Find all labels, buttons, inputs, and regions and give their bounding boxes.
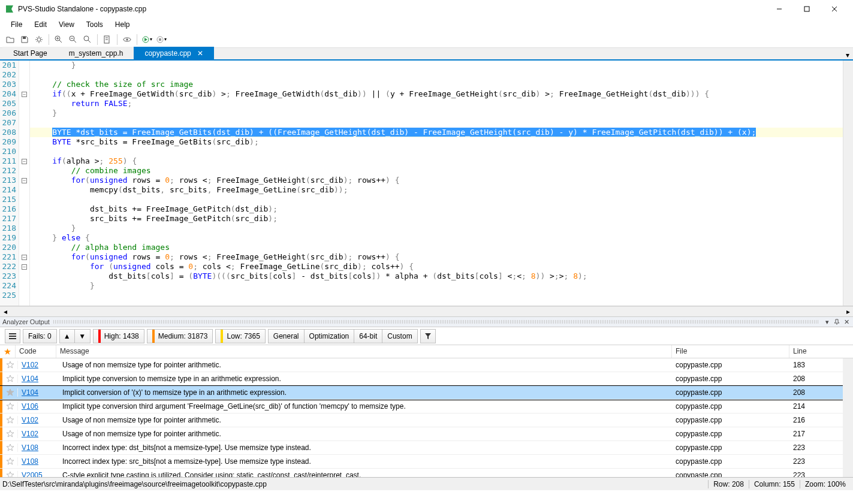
svg-marker-31 bbox=[7, 403, 14, 409]
diagnostic-file: copypaste.cpp bbox=[672, 388, 789, 397]
star-icon[interactable] bbox=[2, 457, 18, 466]
svg-line-7 bbox=[59, 40, 62, 43]
maximize-button[interactable] bbox=[793, 0, 821, 18]
diagnostic-code-link[interactable]: V102 bbox=[22, 416, 38, 424]
svg-marker-36 bbox=[7, 472, 14, 477]
table-row[interactable]: V102Usage of non memsize type for pointe… bbox=[0, 414, 853, 427]
table-row[interactable]: V108Incorrect index type: dst_bits[not a… bbox=[0, 441, 853, 455]
low-filter-button[interactable]: Low: 7365 bbox=[215, 329, 265, 343]
star-icon[interactable] bbox=[2, 416, 18, 424]
filter-64bit[interactable]: 64-bit bbox=[354, 329, 382, 343]
grid-vscrollbar[interactable] bbox=[843, 358, 853, 477]
svg-marker-28 bbox=[7, 361, 14, 368]
fold-toggle[interactable]: − bbox=[22, 159, 27, 164]
close-icon[interactable]: ✕ bbox=[197, 49, 203, 58]
svg-rect-23 bbox=[159, 38, 161, 41]
medium-filter-button[interactable]: Medium: 31873 bbox=[147, 329, 213, 343]
arrow-up-icon[interactable]: ▲ bbox=[59, 329, 75, 343]
svg-rect-1 bbox=[804, 7, 809, 11]
column-file[interactable]: File bbox=[672, 345, 789, 358]
diagnostic-code-link[interactable]: V2005 bbox=[22, 471, 43, 477]
star-icon[interactable] bbox=[2, 361, 18, 369]
filter-general[interactable]: General bbox=[268, 329, 305, 343]
star-icon[interactable] bbox=[2, 471, 18, 477]
scroll-left-icon[interactable]: ◂ bbox=[0, 307, 10, 316]
fails-button[interactable]: Fails: 0 bbox=[23, 329, 57, 343]
menu-file[interactable]: File bbox=[5, 19, 28, 30]
menu-help[interactable]: Help bbox=[109, 19, 136, 30]
diagnostic-code-link[interactable]: V102 bbox=[22, 430, 38, 438]
minimize-button[interactable] bbox=[765, 0, 793, 18]
table-row[interactable]: V104Implicit conversion of '(x)' to mems… bbox=[0, 386, 853, 400]
editor-vscrollbar[interactable] bbox=[843, 61, 853, 306]
fold-toggle[interactable]: − bbox=[22, 255, 27, 260]
document-icon[interactable] bbox=[101, 33, 114, 46]
star-icon[interactable] bbox=[2, 443, 18, 452]
hamburger-icon[interactable] bbox=[5, 329, 20, 343]
diagnostic-code-link[interactable]: V108 bbox=[22, 443, 38, 452]
scroll-right-icon[interactable]: ▸ bbox=[843, 307, 853, 316]
table-row[interactable]: V2005C-style explicit type casting is ut… bbox=[0, 469, 853, 477]
zoom-out-icon[interactable] bbox=[67, 33, 80, 46]
menu-edit[interactable]: Edit bbox=[28, 19, 53, 30]
funnel-icon[interactable] bbox=[420, 329, 436, 343]
filter-optimization[interactable]: Optimization bbox=[305, 329, 355, 343]
diagnostic-message: Usage of non memsize type for pointer ar… bbox=[59, 430, 672, 438]
menubar: File Edit View Tools Help bbox=[0, 18, 853, 31]
save-icon[interactable] bbox=[18, 33, 31, 46]
menu-view[interactable]: View bbox=[53, 19, 80, 30]
tab-m-system-cpp-h[interactable]: m_system_cpp.h bbox=[58, 47, 134, 59]
open-file-icon[interactable] bbox=[4, 33, 17, 46]
diagnostic-code-link[interactable]: V104 bbox=[22, 388, 38, 397]
svg-marker-33 bbox=[7, 430, 14, 437]
editor-hscrollbar[interactable]: ◂ ▸ bbox=[0, 306, 853, 316]
panel-close-icon[interactable]: ✕ bbox=[842, 318, 851, 326]
zoom-reset-icon[interactable] bbox=[81, 33, 94, 46]
zoom-in-icon[interactable] bbox=[52, 33, 65, 46]
panel-menu-icon[interactable]: ▾ bbox=[823, 318, 831, 326]
diagnostic-code-link[interactable]: V102 bbox=[22, 361, 38, 369]
column-line[interactable]: Line bbox=[789, 345, 853, 358]
diagnostic-code-link[interactable]: V108 bbox=[22, 457, 38, 466]
fold-toggle[interactable]: − bbox=[22, 178, 27, 183]
table-row[interactable]: V108Incorrect index type: src_bits[not a… bbox=[0, 455, 853, 469]
column-message[interactable]: Message bbox=[56, 345, 672, 358]
pin-icon[interactable] bbox=[833, 318, 841, 326]
run-icon[interactable]: ▾ bbox=[140, 33, 153, 46]
eye-icon[interactable] bbox=[120, 33, 134, 46]
fold-toggle[interactable]: − bbox=[22, 264, 27, 270]
star-icon[interactable] bbox=[2, 388, 18, 397]
table-row[interactable]: V104Implicit type conversion to memsize … bbox=[0, 372, 853, 386]
filter-custom[interactable]: Custom bbox=[382, 329, 417, 343]
tab-label: Start Page bbox=[13, 49, 47, 58]
code-editor[interactable]: 2012022032042052062072082092102112122132… bbox=[0, 61, 853, 306]
tab-start-page[interactable]: Start Page bbox=[2, 47, 58, 59]
diagnostic-file: copypaste.cpp bbox=[672, 443, 789, 452]
stop-icon[interactable]: ▾ bbox=[155, 33, 168, 46]
fold-column: − − − −− bbox=[19, 61, 30, 306]
high-filter-button[interactable]: High: 1438 bbox=[93, 329, 144, 343]
close-button[interactable] bbox=[821, 0, 848, 18]
table-row[interactable]: V102Usage of non memsize type for pointe… bbox=[0, 358, 853, 372]
titlebar: PVS-Studio Standalone - copypaste.cpp bbox=[0, 0, 853, 18]
star-icon[interactable] bbox=[2, 402, 18, 411]
tab-overflow-button[interactable]: ▾ bbox=[842, 51, 853, 59]
star-icon[interactable] bbox=[2, 375, 18, 383]
tab-copypaste-cpp[interactable]: copypaste.cpp✕ bbox=[134, 47, 213, 59]
gear-icon[interactable] bbox=[32, 33, 46, 46]
column-code[interactable]: Code bbox=[16, 345, 56, 358]
column-star[interactable] bbox=[0, 345, 16, 358]
fold-toggle[interactable]: − bbox=[22, 92, 27, 97]
table-row[interactable]: V106Implicit type conversion third argum… bbox=[0, 400, 853, 414]
diagnostic-code-link[interactable]: V104 bbox=[22, 375, 38, 383]
svg-marker-29 bbox=[7, 375, 14, 382]
menu-tools[interactable]: Tools bbox=[80, 19, 109, 30]
arrow-down-icon[interactable]: ▼ bbox=[75, 329, 91, 343]
star-icon[interactable] bbox=[2, 430, 18, 438]
fails-label: Fails: 0 bbox=[28, 332, 52, 340]
toolbar-separator bbox=[97, 34, 98, 45]
table-row[interactable]: V102Usage of non memsize type for pointe… bbox=[0, 427, 853, 441]
code-content[interactable]: } // check the size of src image if((x +… bbox=[30, 61, 843, 306]
diagnostic-code-link[interactable]: V106 bbox=[22, 402, 38, 411]
diagnostic-file: copypaste.cpp bbox=[672, 430, 789, 438]
